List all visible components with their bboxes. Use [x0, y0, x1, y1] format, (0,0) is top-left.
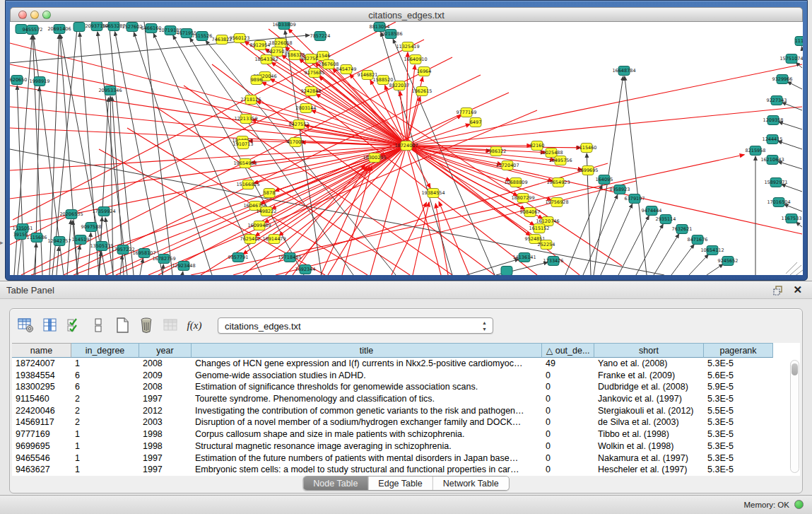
- graph-node[interactable]: 7625402: [240, 235, 261, 244]
- table-mode-icon[interactable]: [17, 316, 35, 334]
- graph-node[interactable]: 16782759: [152, 255, 175, 264]
- table-row[interactable]: 969969511998Structural magnetic resonanc…: [12, 440, 800, 452]
- graph-node[interactable]: 19384554: [421, 189, 445, 198]
- select-all-icon[interactable]: [65, 316, 83, 334]
- splitpane-collapse-icon[interactable]: ▸: [0, 239, 4, 246]
- graph-node[interactable]: 16210643: [760, 156, 784, 165]
- graph-node[interactable]: 8822037: [389, 81, 410, 90]
- graph-node[interactable]: 39159: [13, 230, 28, 240]
- graph-node[interactable]: 1615152: [529, 224, 550, 233]
- graph-node[interactable]: 16033809: [272, 22, 295, 30]
- column-header-out_de[interactable]: △ out_de...: [542, 343, 594, 358]
- column-header-pagerank[interactable]: pagerank: [704, 343, 773, 358]
- row-pair-icon[interactable]: [89, 316, 107, 334]
- graph-node[interactable]: 8215958: [746, 146, 766, 156]
- table-row[interactable]: 1872400712008Changes of HCN gene express…: [12, 358, 800, 370]
- graph-node[interactable]: 14136141: [512, 253, 536, 262]
- graph-node[interactable]: 19654923: [546, 178, 570, 187]
- table-row[interactable]: 946554611997Estimation of the future num…: [12, 452, 800, 465]
- graph-node[interactable]: 8471676: [688, 235, 708, 245]
- graph-node[interactable]: 1112: [795, 37, 803, 46]
- graph-node[interactable]: 9560123: [230, 34, 250, 43]
- float-panel-icon[interactable]: [773, 286, 784, 296]
- graph-node[interactable]: 1167533: [782, 214, 802, 223]
- column-header-title[interactable]: title: [192, 343, 542, 358]
- scrollbar-thumb[interactable]: [792, 363, 798, 375]
- graph-node[interactable]: 6497: [470, 118, 482, 127]
- graph-node[interactable]: 1733426: [543, 257, 564, 266]
- new-column-icon[interactable]: [113, 316, 131, 334]
- graph-node[interactable]: 417003: [287, 138, 305, 147]
- graph-node[interactable]: 1115686: [27, 233, 47, 243]
- graph-node[interactable]: 7986322: [486, 147, 507, 156]
- tab-node-table[interactable]: Node Table: [303, 477, 368, 490]
- graph-node[interactable]: 1998919: [30, 77, 50, 86]
- column-header-in_degree[interactable]: in_degree: [71, 343, 139, 358]
- graph-node[interactable]: 16964: [417, 67, 432, 76]
- graph-node[interactable]: 9175685: [305, 69, 325, 78]
- graph-node[interactable]: 1244415: [763, 135, 783, 144]
- graph-node[interactable]: 9896: [251, 76, 263, 85]
- graph-node[interactable]: 8427552: [289, 120, 310, 129]
- graph-node[interactable]: 18543382: [254, 55, 278, 64]
- graph-node[interactable]: 9857791: [228, 253, 249, 262]
- delete-column-icon[interactable]: [137, 316, 155, 334]
- graph-node[interactable]: [73, 23, 85, 32]
- graph-node[interactable]: 9474444: [642, 206, 662, 216]
- graph-node[interactable]: 5878: [264, 189, 276, 198]
- graph-node[interactable]: 7632621: [672, 225, 693, 234]
- graph-node[interactable]: 9097588: [81, 223, 102, 232]
- graph-node[interactable]: 2803144: [296, 104, 317, 113]
- tab-edge-table[interactable]: Edge Table: [368, 477, 433, 490]
- table-row[interactable]: 1938455462009Genome-wide association stu…: [12, 370, 800, 382]
- table-row[interactable]: 1456911722003Disruption of a novel membe…: [12, 416, 800, 428]
- close-panel-icon[interactable]: ✕: [793, 284, 802, 296]
- graph-node[interactable]: 9242848: [301, 87, 322, 96]
- table-scrollbar[interactable]: [790, 360, 799, 473]
- tab-network-table[interactable]: Network Table: [433, 477, 509, 490]
- graph-node[interactable]: [501, 267, 512, 276]
- table-chooser-dropdown[interactable]: citations_edges.txt ▲▼: [218, 317, 493, 334]
- table-row[interactable]: 946362711997Embryonic stem cells: a mode…: [12, 464, 800, 476]
- graph-node[interactable]: 252254: [538, 240, 555, 250]
- graph-node[interactable]: 12923448: [172, 262, 195, 271]
- function-builder-icon[interactable]: f(x): [185, 316, 204, 334]
- network-canvas[interactable]: 9455572206914062093719410653287152760264…: [10, 22, 803, 275]
- graph-node[interactable]: 2620650: [10, 76, 27, 85]
- graph-node[interactable]: 19654985: [233, 159, 257, 168]
- graph-node[interactable]: 82160: [530, 141, 545, 151]
- graph-node[interactable]: 12942757: [47, 237, 71, 246]
- column-header-name[interactable]: name: [12, 343, 71, 358]
- graph-node[interactable]: 1910713: [233, 140, 254, 149]
- graph-node[interactable]: 6379197: [625, 194, 645, 204]
- graph-node[interactable]: 10654112: [700, 246, 724, 255]
- graph-node[interactable]: 15720407: [495, 161, 519, 170]
- graph-node[interactable]: 1209358: [763, 116, 784, 125]
- graph-node[interactable]: 11325419: [396, 42, 419, 52]
- graph-node[interactable]: 10688809: [504, 178, 527, 187]
- graph-node[interactable]: 1527602: [122, 23, 143, 32]
- graph-node[interactable]: 8958923: [610, 185, 630, 194]
- graph-node[interactable]: 16648784: [612, 66, 635, 76]
- graph-node[interactable]: 1692344: [295, 265, 316, 274]
- table-row[interactable]: 977716911998Corpus callosum shape and si…: [12, 428, 800, 440]
- column-header-year[interactable]: year: [139, 343, 192, 358]
- graph-node[interactable]: 12213359: [234, 115, 257, 124]
- graph-node[interactable]: 9699695: [578, 166, 599, 175]
- table-row[interactable]: 911546021997Tourette syndrome. Phenomeno…: [12, 393, 800, 405]
- graph-node[interactable]: 164095: [596, 175, 613, 185]
- graph-node[interactable]: 15751074: [779, 54, 803, 64]
- window-titlebar[interactable]: citations_edges.txt: [10, 7, 803, 22]
- graph-node[interactable]: 7857224: [310, 32, 331, 41]
- graph-node[interactable]: 2935114: [656, 215, 676, 224]
- graph-node[interactable]: 11546: [316, 52, 331, 61]
- graph-node[interactable]: 20953346: [98, 86, 122, 95]
- table-row[interactable]: 1830029562008Estimation of significance …: [12, 381, 800, 393]
- graph-node[interactable]: 20206535: [59, 210, 83, 219]
- graph-node[interactable]: 18226058: [269, 39, 292, 48]
- table-row[interactable]: 2242004622012Investigating the contribut…: [12, 405, 800, 417]
- graph-node[interactable]: 9115460: [577, 144, 597, 153]
- graph-node[interactable]: 9245652: [718, 257, 739, 266]
- graph-node[interactable]: 16495756: [548, 156, 572, 165]
- graph-node[interactable]: 9227343: [767, 96, 787, 105]
